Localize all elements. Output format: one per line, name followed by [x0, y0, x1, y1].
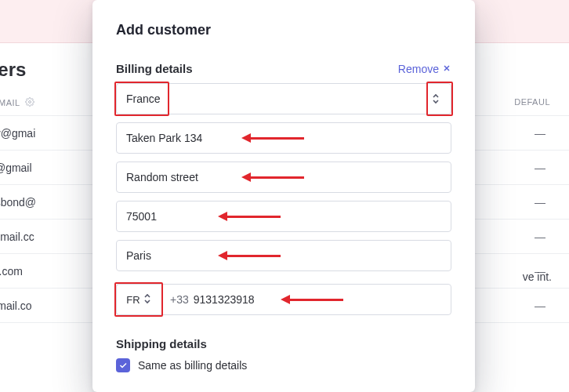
same-as-billing-label: Same as billing details — [138, 359, 247, 372]
phone-prefix: +33 — [170, 293, 189, 306]
remove-label: Remove — [398, 63, 439, 75]
modal-body[interactable]: Billing details Remove — [92, 45, 475, 390]
phone-number-value: 9131323918 — [194, 293, 255, 306]
gear-icon[interactable] — [25, 97, 34, 108]
select-stepper-icon[interactable] — [426, 89, 445, 108]
modal-header: Add customer — [92, 0, 475, 45]
same-as-billing-checkbox[interactable] — [116, 358, 130, 372]
shipping-heading: Shipping details — [116, 337, 207, 350]
page-title: stomers — [0, 59, 26, 81]
phone-cc-label: FR — [126, 294, 140, 306]
phone-number-input[interactable]: +33 9131323918 — [161, 284, 451, 315]
city-input[interactable] — [116, 240, 451, 271]
col-default: DEFAUL — [514, 97, 550, 107]
add-customer-modal: Add customer Billing details Remove — [92, 0, 475, 392]
select-stepper-icon — [143, 292, 152, 307]
phone-country-code-select[interactable]: FR — [116, 284, 161, 315]
country-select[interactable] — [116, 83, 451, 114]
truncated-cell: ve int. — [523, 270, 552, 283]
col-mail: MAIL — [0, 98, 20, 107]
remove-billing-button[interactable]: Remove — [398, 63, 451, 75]
postal-input[interactable] — [116, 201, 451, 232]
billing-heading: Billing details — [116, 62, 193, 75]
country-select-wrapper — [116, 83, 451, 114]
svg-point-0 — [28, 101, 31, 103]
close-icon — [442, 63, 451, 75]
address-line2-input[interactable] — [116, 162, 451, 193]
modal-title: Add customer — [116, 22, 451, 38]
address-line1-input[interactable] — [116, 122, 451, 154]
